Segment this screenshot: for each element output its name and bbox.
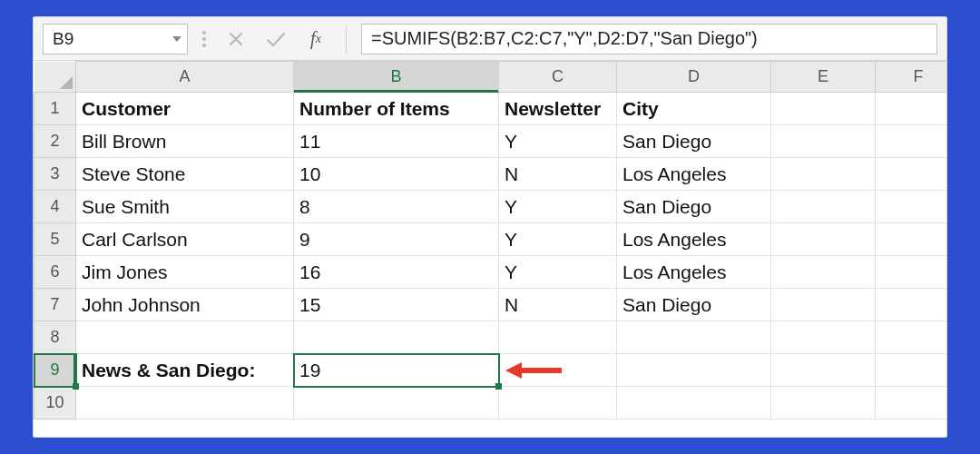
cell-F8[interactable] — [876, 321, 947, 354]
grip-icon — [202, 31, 206, 47]
cell-C2[interactable]: Y — [499, 125, 617, 158]
cell-E10[interactable] — [771, 387, 876, 419]
formula-text: =SUMIFS(B2:B7,C2:C7,"Y",D2:D7,"San Diego… — [371, 28, 758, 49]
cell-E1[interactable] — [771, 93, 876, 125]
cell-B4[interactable]: 8 — [294, 191, 499, 223]
cell-D2[interactable]: San Diego — [617, 125, 771, 158]
cell-D8[interactable] — [617, 321, 771, 354]
row-header-6[interactable]: 6 — [34, 256, 76, 289]
cell-D7[interactable]: San Diego — [617, 289, 771, 321]
cell-F4[interactable] — [876, 191, 947, 223]
cell-D1[interactable]: City — [617, 93, 771, 125]
cell-D10[interactable] — [617, 387, 771, 419]
cell-F6[interactable] — [876, 256, 947, 289]
cell-B5[interactable]: 9 — [294, 223, 499, 256]
select-all-corner[interactable] — [34, 62, 76, 93]
cell-D5[interactable]: Los Angeles — [617, 223, 771, 256]
cell-A6[interactable]: Jim Jones — [76, 256, 294, 289]
cell-D6[interactable]: Los Angeles — [617, 256, 771, 289]
spreadsheet-grid[interactable]: A B C D E F 1 Customer Number of Items N… — [34, 61, 946, 437]
row-header-10[interactable]: 10 — [34, 387, 76, 419]
cell-C7[interactable]: N — [499, 289, 617, 321]
cell-A9[interactable]: News & San Diego: — [76, 354, 294, 387]
cell-C3[interactable]: N — [499, 158, 617, 191]
formula-input[interactable]: =SUMIFS(B2:B7,C2:C7,"Y",D2:D7,"San Diego… — [361, 24, 937, 54]
cell-B2[interactable]: 11 — [294, 125, 499, 158]
cell-E2[interactable] — [771, 125, 876, 158]
cell-C4[interactable]: Y — [499, 191, 617, 223]
col-header-A[interactable]: A — [76, 62, 294, 93]
cell-E9[interactable] — [771, 354, 876, 387]
cell-E5[interactable] — [771, 223, 876, 256]
enter-icon[interactable] — [260, 25, 291, 53]
cell-B6[interactable]: 16 — [294, 256, 499, 289]
cell-C1[interactable]: Newsletter — [499, 93, 617, 125]
cell-A7[interactable]: John Johnson — [76, 289, 294, 321]
cell-F7[interactable] — [876, 289, 947, 321]
cancel-icon[interactable] — [220, 25, 251, 53]
name-box[interactable]: B9 — [43, 24, 188, 54]
cell-B8[interactable] — [294, 321, 499, 354]
cell-A8[interactable] — [76, 321, 294, 354]
cell-D4[interactable]: San Diego — [617, 191, 771, 223]
cell-B1[interactable]: Number of Items — [294, 93, 499, 125]
cell-A2[interactable]: Bill Brown — [76, 125, 294, 158]
name-box-value: B9 — [53, 29, 74, 49]
cell-A4[interactable]: Sue Smith — [76, 191, 294, 223]
chevron-down-icon[interactable] — [172, 36, 181, 42]
cell-A3[interactable]: Steve Stone — [76, 158, 294, 191]
cell-C9[interactable] — [499, 354, 617, 387]
row-header-7[interactable]: 7 — [34, 289, 76, 321]
col-header-F[interactable]: F — [876, 62, 947, 93]
col-header-E[interactable]: E — [771, 62, 876, 93]
row-header-2[interactable]: 2 — [34, 125, 76, 158]
separator — [346, 25, 347, 53]
cell-E3[interactable] — [771, 158, 876, 191]
cell-A10[interactable] — [76, 387, 294, 419]
cell-C8[interactable] — [499, 321, 617, 354]
cell-C6[interactable]: Y — [499, 256, 617, 289]
cell-F10[interactable] — [876, 387, 947, 419]
row-header-4[interactable]: 4 — [34, 191, 76, 223]
cell-C5[interactable]: Y — [499, 223, 617, 256]
formula-bar: B9 fx =SUMIFS(B2:B7,C2:C7,"Y",D2:D7,"San… — [34, 17, 946, 61]
col-header-B[interactable]: B — [294, 62, 499, 93]
cell-A1[interactable]: Customer — [76, 93, 294, 125]
col-header-D[interactable]: D — [617, 62, 771, 93]
cell-B3[interactable]: 10 — [294, 158, 499, 191]
spreadsheet-window: B9 fx =SUMIFS(B2:B7,C2:C7,"Y",D2:D7,"San… — [33, 16, 947, 438]
cell-E6[interactable] — [771, 256, 876, 289]
cell-D3[interactable]: Los Angeles — [617, 158, 771, 191]
cell-E7[interactable] — [771, 289, 876, 321]
cell-B10[interactable] — [294, 387, 499, 419]
cell-D9[interactable] — [617, 354, 771, 387]
cell-E8[interactable] — [771, 321, 876, 354]
cell-F3[interactable] — [876, 158, 947, 191]
col-header-C[interactable]: C — [499, 62, 617, 93]
row-header-1[interactable]: 1 — [34, 93, 76, 125]
cell-E4[interactable] — [771, 191, 876, 223]
cell-A5[interactable]: Carl Carlson — [76, 223, 294, 256]
cell-C10[interactable] — [499, 387, 617, 419]
row-header-8[interactable]: 8 — [34, 321, 76, 354]
cell-B9[interactable]: 19 — [294, 354, 499, 387]
row-header-3[interactable]: 3 — [34, 158, 76, 191]
row-header-9[interactable]: 9 — [34, 354, 76, 387]
cell-B7[interactable]: 15 — [294, 289, 499, 321]
cell-value: 19 — [299, 360, 320, 380]
row-header-5[interactable]: 5 — [34, 223, 76, 256]
cell-F9[interactable] — [876, 354, 947, 387]
insert-function-icon[interactable]: fx — [300, 25, 331, 53]
cell-F5[interactable] — [876, 223, 947, 256]
cell-F2[interactable] — [876, 125, 947, 158]
cell-F1[interactable] — [876, 93, 947, 125]
